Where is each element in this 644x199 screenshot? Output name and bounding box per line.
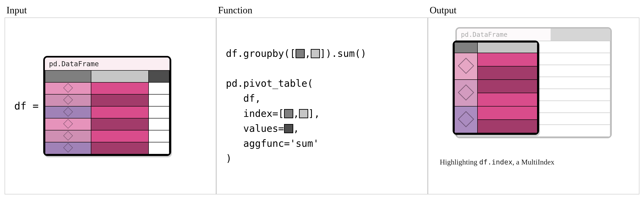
code-text: pd.pivot_table(	[226, 78, 313, 89]
output-panel-label: Output	[428, 4, 640, 16]
value-cell	[91, 106, 148, 118]
diamond-icon	[63, 107, 73, 117]
code-text: index=[	[226, 108, 284, 119]
index-cell	[45, 130, 91, 142]
code-text: ,	[305, 48, 310, 59]
df-assign-text: df =	[14, 100, 39, 112]
column-square-dark-icon	[284, 109, 293, 118]
code-text: )	[226, 153, 232, 164]
diamond-icon	[63, 143, 73, 152]
diamond-icon	[458, 111, 474, 128]
ghost-dataframe-title: pd.DataFrame	[457, 28, 610, 41]
input-dataframe-box: pd.DataFrame	[43, 56, 171, 156]
column-square-dark-icon	[296, 49, 305, 58]
diamond-icon	[63, 131, 73, 140]
blank-cell	[148, 106, 169, 118]
overlay-dataframe-table	[454, 42, 538, 133]
overlay-data-row	[454, 80, 537, 93]
diamond-icon	[458, 58, 474, 74]
header-col-light	[91, 70, 148, 82]
code-text: ]).sum()	[320, 48, 366, 59]
overlay-value-cell	[478, 80, 537, 93]
overlay-data-row	[454, 106, 537, 120]
caption-text: Highlighting	[440, 158, 479, 166]
overlay-value-cell	[478, 53, 537, 66]
input-panel: Input df = pd.DataFrame	[4, 4, 216, 194]
data-row	[45, 142, 169, 154]
ghost-title-text: pd.DataFrame	[461, 31, 508, 38]
diamond-icon	[63, 119, 73, 128]
function-code-block: df.groupby([,]).sum() pd.pivot_table( df…	[226, 46, 418, 166]
code-text: aggfunc='sum'	[226, 138, 319, 149]
data-row	[45, 118, 169, 130]
output-panel-body: pd.DataFrame	[428, 18, 640, 194]
overlay-value-cell	[478, 93, 537, 106]
overlay-data-row	[454, 53, 537, 66]
header-col-dark	[45, 70, 91, 82]
data-row	[45, 130, 169, 142]
overlay-dataframe-box	[453, 40, 539, 135]
code-text: ,	[293, 108, 299, 119]
overlay-value-cell	[478, 106, 537, 120]
code-text: values=	[226, 123, 284, 134]
function-panel: Function df.groupby([,]).sum() pd.pivot_…	[216, 4, 428, 194]
value-cell	[91, 118, 148, 130]
diamond-icon	[63, 95, 73, 105]
data-row	[45, 94, 169, 106]
data-row	[45, 82, 169, 94]
output-panel: Output pd.DataFrame	[428, 4, 640, 194]
blank-cell	[148, 142, 169, 154]
value-cell	[91, 82, 148, 94]
value-cell	[91, 142, 148, 154]
index-cell	[45, 94, 91, 106]
value-cell	[91, 130, 148, 142]
code-text: df.groupby([	[226, 48, 296, 59]
dataframe-title: pd.DataFrame	[45, 58, 170, 70]
blank-cell	[148, 94, 169, 106]
index-cell	[45, 106, 91, 118]
overlay-header-dark	[454, 42, 478, 53]
diamond-icon	[63, 83, 73, 93]
overlay-value-cell	[478, 120, 537, 133]
column-square-light-icon	[311, 49, 320, 58]
data-row	[45, 106, 169, 118]
index-cell	[45, 118, 91, 130]
blank-cell	[148, 118, 169, 130]
code-text: ,	[293, 123, 299, 134]
value-cell	[91, 94, 148, 106]
input-panel-body: df = pd.DataFrame	[4, 18, 216, 194]
output-caption: Highlighting df.index, a MultiIndex	[438, 158, 630, 166]
column-square-dgrey-icon	[284, 124, 293, 133]
diamond-icon	[458, 84, 474, 101]
overlay-header-light	[478, 42, 537, 53]
caption-text: , a MultiIndex	[512, 158, 554, 166]
output-diagram: pd.DataFrame	[456, 27, 612, 154]
input-dataframe-table	[45, 70, 170, 154]
ghost-title-shade	[550, 28, 610, 41]
header-row	[45, 70, 169, 82]
overlay-index-cell	[454, 106, 478, 133]
function-panel-label: Function	[216, 4, 428, 16]
input-content: df = pd.DataFrame	[14, 56, 206, 156]
overlay-index-cell	[454, 80, 478, 106]
blank-cell	[148, 82, 169, 94]
blank-cell	[148, 130, 169, 142]
caption-code: df.index	[479, 158, 513, 166]
index-cell	[45, 142, 91, 154]
code-text: df,	[226, 93, 261, 104]
index-cell	[45, 82, 91, 94]
diagram-container: Input df = pd.DataFrame	[4, 4, 640, 194]
column-square-light-icon	[299, 109, 308, 118]
code-text: ],	[308, 108, 320, 119]
overlay-index-cell	[454, 53, 478, 80]
overlay-value-cell	[478, 66, 537, 80]
overlay-header-row	[454, 42, 537, 53]
function-panel-body: df.groupby([,]).sum() pd.pivot_table( df…	[216, 18, 428, 194]
header-col-dgrey	[148, 70, 169, 82]
input-panel-label: Input	[4, 4, 216, 16]
